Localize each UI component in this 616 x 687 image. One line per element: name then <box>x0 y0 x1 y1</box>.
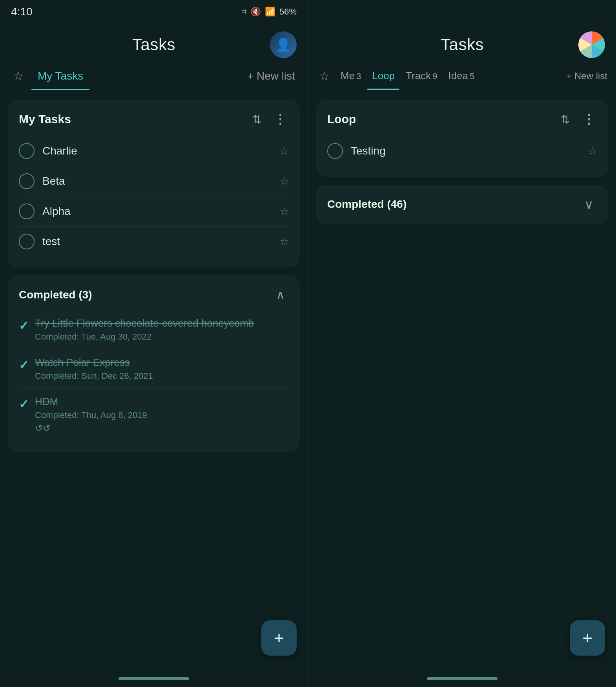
completed-item-1: Watch Polar Express Completed: Sun, Dec … <box>19 349 289 388</box>
task-circle-test[interactable] <box>19 234 35 249</box>
completed-title-right: Completed (46) <box>327 198 406 211</box>
right-panel: Tasks ☆ Me3 Loop Track9 Idea5 + New list… <box>308 0 616 687</box>
star-tab-icon: ☆ <box>13 69 24 83</box>
task-circle-charlie[interactable] <box>19 143 35 159</box>
app-title-right: Tasks <box>441 35 484 54</box>
completed-item-date-1: Completed: Sun, Dec 26, 2021 <box>35 371 289 381</box>
task-text-test: test <box>42 235 280 248</box>
loop-card-title: Loop <box>327 113 356 126</box>
completed-header-left: Completed (3) <box>19 286 289 304</box>
task-circle-alpha[interactable] <box>19 204 35 219</box>
completed-item-text-0: Try Little Flowers chocolate-covered hon… <box>35 317 289 329</box>
task-item-test: test <box>19 226 289 256</box>
task-star-alpha[interactable] <box>280 205 289 218</box>
chevron-down-icon <box>584 197 593 212</box>
task-star-beta[interactable] <box>280 175 289 187</box>
tab-my-tasks[interactable]: My Tasks <box>31 67 89 85</box>
more-icon-left <box>274 112 286 127</box>
mute-icon: 🔇 <box>250 7 261 17</box>
fab-icon-right: + <box>582 628 592 648</box>
check-icon-1 <box>19 358 29 372</box>
completed-item-content-2: HDM Completed: Thu, Aug 8, 2019 ↺ <box>35 396 289 434</box>
home-indicator-left <box>118 677 189 680</box>
me-badge: 3 <box>356 71 361 81</box>
fab-right[interactable]: + <box>570 620 605 656</box>
tab-loop[interactable]: Loop <box>367 67 399 85</box>
content-area-left: My Tasks Charlie Beta <box>0 90 308 687</box>
task-item-alpha: Alpha <box>19 196 289 226</box>
completed-item-content-0: Try Little Flowers chocolate-covered hon… <box>35 317 289 342</box>
status-bar-left: 4:10 ⌗ 🔇 📶 56% <box>0 0 308 24</box>
completed-card-right: Completed (46) <box>316 185 608 224</box>
chevron-up-icon <box>276 287 285 302</box>
more-button-left[interactable] <box>272 111 289 128</box>
tab-track[interactable]: Track9 <box>401 67 442 85</box>
content-area-right: Loop Testing Completed (46) <box>308 90 616 687</box>
completed-item-2: HDM Completed: Thu, Aug 8, 2019 ↺ <box>19 388 289 441</box>
completed-item-date-0: Completed: Tue, Aug 30, 2022 <box>35 332 289 342</box>
task-item-testing: Testing <box>327 136 597 166</box>
completed-card-left: Completed (3) Try Little Flowers chocola… <box>8 275 300 452</box>
completed-item-content-1: Watch Polar Express Completed: Sun, Dec … <box>35 356 289 381</box>
completed-toggle-left[interactable] <box>272 286 289 304</box>
avatar-image-left: 👤 <box>275 37 291 52</box>
status-bar-right <box>308 0 616 24</box>
task-text-charlie: Charlie <box>42 145 280 157</box>
my-tasks-card-title: My Tasks <box>19 113 71 126</box>
tab-new-list-right[interactable]: + New list <box>563 67 611 85</box>
completed-title-left: Completed (3) <box>19 289 92 301</box>
task-star-charlie[interactable] <box>280 145 289 157</box>
tab-me[interactable]: Me3 <box>336 67 366 85</box>
task-circle-testing[interactable] <box>327 143 343 159</box>
task-star-test[interactable] <box>280 236 289 248</box>
status-time: 4:10 <box>11 5 33 18</box>
tab-starred-right[interactable]: ☆ <box>314 66 334 86</box>
home-indicator-right <box>427 677 498 680</box>
avatar-right[interactable] <box>578 31 605 58</box>
task-text-testing: Testing <box>351 145 588 157</box>
loop-card-header: Loop <box>327 111 597 128</box>
fab-icon-left: + <box>274 628 284 648</box>
track-badge: 9 <box>432 71 437 81</box>
my-tasks-card-actions <box>248 111 289 128</box>
completed-items-left: Try Little Flowers chocolate-covered hon… <box>19 310 289 441</box>
task-item-charlie: Charlie <box>19 136 289 166</box>
task-text-alpha: Alpha <box>42 205 280 218</box>
completed-header-right: Completed (46) <box>327 196 597 213</box>
app-header-left: Tasks 👤 <box>0 24 308 62</box>
task-circle-beta[interactable] <box>19 173 35 189</box>
loop-card-actions <box>556 111 597 128</box>
tab-idea[interactable]: Idea5 <box>444 67 479 85</box>
completed-item-text-2: HDM <box>35 396 289 408</box>
tab-starred-left[interactable]: ☆ <box>8 66 28 86</box>
sort-icon-left <box>252 113 261 126</box>
completed-item-0: Try Little Flowers chocolate-covered hon… <box>19 310 289 349</box>
battery-indicator: 56% <box>279 7 297 17</box>
tab-bar-left: ☆ My Tasks + New list <box>0 62 308 90</box>
check-icon-2 <box>19 397 29 411</box>
left-panel: 4:10 ⌗ 🔇 📶 56% Tasks 👤 ☆ My Tasks + New … <box>0 0 308 687</box>
loop-card: Loop Testing <box>316 100 608 177</box>
sort-icon-right <box>561 113 570 126</box>
tab-new-list-left[interactable]: + New list <box>242 67 300 85</box>
fab-left[interactable]: + <box>261 620 297 656</box>
repeat-icon-2: ↺ <box>35 423 289 434</box>
status-icons: ⌗ 🔇 📶 56% <box>242 7 297 17</box>
avatar-left[interactable]: 👤 <box>270 31 297 58</box>
task-item-beta: Beta <box>19 166 289 196</box>
task-text-beta: Beta <box>42 175 280 187</box>
completed-toggle-right[interactable] <box>580 196 597 213</box>
more-icon-right <box>582 112 595 127</box>
sort-button-left[interactable] <box>248 111 265 128</box>
tab-bar-right: ☆ Me3 Loop Track9 Idea5 + New list <box>308 62 616 90</box>
app-title-left: Tasks <box>132 35 175 54</box>
completed-item-date-2: Completed: Thu, Aug 8, 2019 <box>35 410 289 420</box>
more-button-right[interactable] <box>580 111 597 128</box>
wifi-icon: 📶 <box>265 7 275 17</box>
link-icon: ⌗ <box>242 7 246 17</box>
completed-item-text-1: Watch Polar Express <box>35 356 289 369</box>
sort-button-right[interactable] <box>556 111 574 128</box>
star-tab-icon-right: ☆ <box>319 69 330 83</box>
task-star-testing[interactable] <box>588 145 597 157</box>
my-tasks-card-header: My Tasks <box>19 111 289 128</box>
